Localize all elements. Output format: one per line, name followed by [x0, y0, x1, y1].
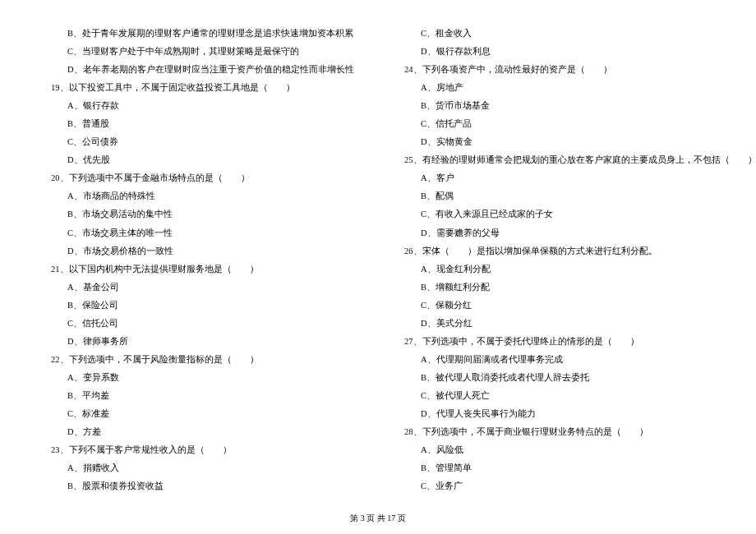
- answer-option: C、信托产品: [394, 115, 715, 133]
- left-column: B、处于青年发展期的理财客户通常的理财理念是追求快速增加资本积累C、当理财客户处…: [41, 25, 362, 495]
- question-stem: 20、下列选项中不属于金融市场特点的是（ ）: [41, 169, 362, 187]
- answer-option: A、房地产: [394, 79, 715, 97]
- answer-option: D、代理人丧失民事行为能力: [394, 405, 715, 423]
- answer-option: A、捐赠收入: [41, 459, 362, 477]
- answer-option: D、银行存款利息: [394, 43, 715, 61]
- answer-option: B、配偶: [394, 187, 715, 205]
- answer-option: C、信托公司: [41, 315, 362, 333]
- answer-option: A、代理期间届满或者代理事务完成: [394, 351, 715, 369]
- answer-option: B、市场交易活动的集中性: [41, 205, 362, 223]
- answer-option: B、增额红利分配: [394, 279, 715, 297]
- answer-option: C、标准差: [41, 405, 362, 423]
- answer-option: D、实物黄金: [394, 133, 715, 151]
- answer-option: C、租金收入: [394, 25, 715, 43]
- answer-option: A、基金公司: [41, 279, 362, 297]
- answer-option: A、风险低: [394, 441, 715, 459]
- answer-option: D、市场交易价格的一致性: [41, 242, 362, 260]
- answer-option: D、律师事务所: [41, 333, 362, 351]
- answer-option: C、有收入来源且已经成家的子女: [394, 205, 715, 223]
- question-stem: 21、以下国内机构中无法提供理财服务地是（ ）: [41, 260, 362, 279]
- question-stem: 24、下列各项资产中，流动性最好的资产是（ ）: [394, 61, 715, 79]
- answer-option: D、方差: [41, 423, 362, 441]
- exam-page: B、处于青年发展期的理财客户通常的理财理念是追求快速增加资本积累C、当理财客户处…: [0, 0, 756, 495]
- answer-option: B、平均差: [41, 387, 362, 405]
- question-stem: 27、下列选项中，不属于委托代理终止的情形的是（ ）: [394, 333, 715, 351]
- question-stem: 22、下列选项中，不属于风险衡量指标的是（ ）: [41, 351, 362, 369]
- answer-option: D、需要赡养的父母: [394, 224, 715, 242]
- question-stem: 26、宋体（ ）是指以增加保单保额的方式来进行红利分配。: [394, 242, 715, 260]
- answer-option: A、现金红利分配: [394, 260, 715, 279]
- answer-option: C、被代理人死亡: [394, 387, 715, 405]
- question-stem: 25、有经验的理财师通常会把规划的重心放在客户家庭的主要成员身上，不包括（ ）: [394, 151, 715, 169]
- answer-option: D、老年养老期的客户在理财时应当注重于资产价值的稳定性而非增长性: [41, 61, 362, 79]
- answer-option: D、美式分红: [394, 315, 715, 333]
- answer-option: B、货币市场基金: [394, 97, 715, 115]
- answer-option: C、当理财客户处于中年成熟期时，其理财策略是最保守的: [41, 43, 362, 61]
- answer-option: A、变异系数: [41, 369, 362, 387]
- answer-option: A、客户: [394, 169, 715, 187]
- answer-option: A、银行存款: [41, 97, 362, 115]
- answer-option: C、业务广: [394, 477, 715, 495]
- answer-option: B、普通股: [41, 115, 362, 133]
- answer-option: A、市场商品的特殊性: [41, 187, 362, 205]
- answer-option: B、保险公司: [41, 297, 362, 315]
- answer-option: D、优先股: [41, 151, 362, 169]
- answer-option: B、管理简单: [394, 459, 715, 477]
- page-footer: 第 3 页 共 17 页: [0, 513, 756, 524]
- answer-option: B、股票和债券投资收益: [41, 477, 362, 495]
- answer-option: C、市场交易主体的唯一性: [41, 224, 362, 242]
- answer-option: C、保额分红: [394, 297, 715, 315]
- question-stem: 28、下列选项中，不属于商业银行理财业务特点的是（ ）: [394, 423, 715, 441]
- answer-option: C、公司债券: [41, 133, 362, 151]
- right-column: C、租金收入D、银行存款利息24、下列各项资产中，流动性最好的资产是（ ）A、房…: [394, 25, 715, 495]
- answer-option: B、处于青年发展期的理财客户通常的理财理念是追求快速增加资本积累: [41, 25, 362, 43]
- answer-option: B、被代理人取消委托或者代理人辞去委托: [394, 369, 715, 387]
- question-stem: 23、下列不属于客户常规性收入的是（ ）: [41, 441, 362, 459]
- question-stem: 19、以下投资工具中，不属于固定收益投资工具地是（ ）: [41, 79, 362, 97]
